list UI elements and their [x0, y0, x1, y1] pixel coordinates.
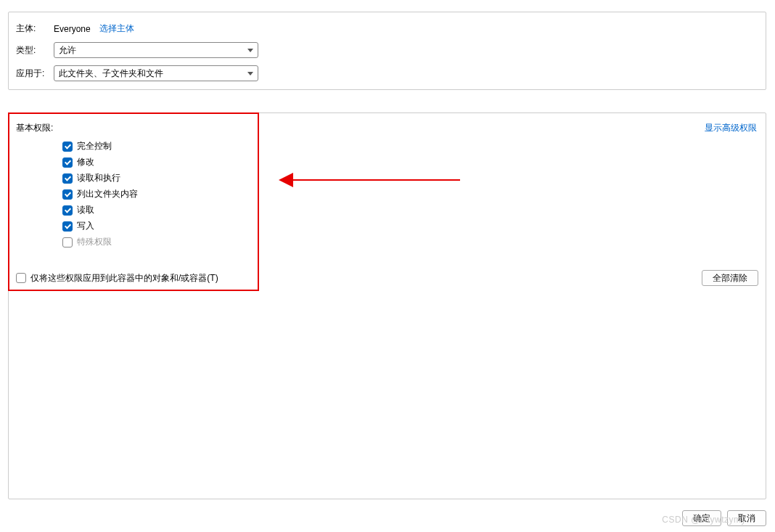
permission-label: 特殊权限: [77, 236, 112, 248]
apply-only-checkbox[interactable]: [16, 273, 26, 283]
chevron-down-icon: [247, 72, 253, 75]
permissions-list: 完全控制修改读取和执行列出文件夹内容读取写入特殊权限: [62, 140, 758, 248]
permission-checkbox[interactable]: [62, 189, 73, 200]
permission-checkbox[interactable]: [62, 173, 73, 184]
type-row: 类型: 允许: [16, 42, 758, 58]
permission-item: 修改: [62, 156, 758, 168]
dialog-footer: 确定 取消: [0, 510, 775, 526]
applies-label: 应用于:: [16, 67, 54, 80]
permission-checkbox[interactable]: [62, 142, 73, 152]
chevron-down-icon: [247, 49, 253, 52]
permission-item: 特殊权限: [62, 236, 758, 248]
ok-button[interactable]: 确定: [682, 510, 721, 526]
apply-only-label: 仅将这些权限应用到此容器中的对象和/或容器(T): [30, 272, 218, 285]
permission-label: 完全控制: [77, 140, 112, 152]
apply-row: 仅将这些权限应用到此容器中的对象和/或容器(T) 全部清除: [16, 270, 758, 286]
principal-panel: 主体: Everyone 选择主体 类型: 允许 应用于: 此文件夹、子文件夹和…: [8, 12, 766, 90]
apply-only-container: 仅将这些权限应用到此容器中的对象和/或容器(T): [16, 272, 218, 285]
permission-item: 列出文件夹内容: [62, 188, 758, 200]
permission-checkbox[interactable]: [62, 205, 73, 216]
principal-row: 主体: Everyone 选择主体: [16, 22, 758, 35]
principal-value: Everyone: [54, 24, 91, 34]
permission-label: 列出文件夹内容: [77, 188, 138, 200]
applies-row: 应用于: 此文件夹、子文件夹和文件: [16, 65, 758, 81]
principal-label: 主体:: [16, 22, 54, 35]
permissions-panel: 基本权限: 显示高级权限 完全控制修改读取和执行列出文件夹内容读取写入特殊权限 …: [8, 112, 766, 499]
permission-item: 写入: [62, 220, 758, 232]
type-select[interactable]: 允许: [54, 42, 258, 58]
type-select-value: 允许: [59, 44, 76, 57]
select-principal-link[interactable]: 选择主体: [99, 22, 134, 35]
applies-select-value: 此文件夹、子文件夹和文件: [59, 67, 163, 80]
permission-label: 修改: [77, 156, 94, 168]
permission-label: 读取和执行: [77, 172, 120, 184]
permission-item: 完全控制: [62, 140, 758, 152]
permission-checkbox[interactable]: [62, 157, 73, 168]
permission-checkbox[interactable]: [62, 221, 73, 232]
permission-checkbox: [62, 237, 73, 247]
permission-label: 写入: [77, 220, 94, 232]
basic-permissions-title: 基本权限:: [16, 122, 53, 134]
clear-all-button[interactable]: 全部清除: [702, 270, 758, 286]
cancel-button[interactable]: 取消: [727, 510, 766, 526]
permission-item: 读取和执行: [62, 172, 758, 184]
permissions-header: 基本权限: 显示高级权限: [16, 122, 758, 134]
type-label: 类型:: [16, 44, 54, 57]
show-advanced-link[interactable]: 显示高级权限: [705, 122, 757, 134]
permission-label: 读取: [77, 204, 94, 216]
permission-item: 读取: [62, 204, 758, 216]
applies-select[interactable]: 此文件夹、子文件夹和文件: [54, 65, 258, 81]
